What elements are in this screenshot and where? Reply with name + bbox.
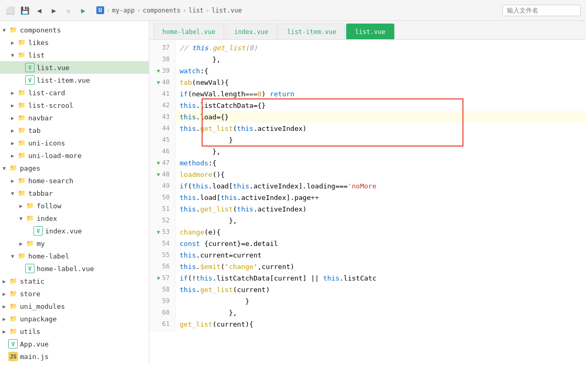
tree-item-navbar[interactable]: ▶📁navbar xyxy=(0,111,149,124)
code-line-59[interactable]: } xyxy=(175,295,586,307)
code-editor[interactable]: 3738▼39▼40414243444546▼47▼4849505152▼535… xyxy=(149,40,586,365)
fold-icon[interactable]: ▼ xyxy=(157,160,160,166)
code-line-49[interactable]: if(this.load[this.activeIndex].loading==… xyxy=(175,180,586,192)
tree-label: main.js xyxy=(20,353,49,361)
line-number-52: 52 xyxy=(149,215,175,226)
save-icon[interactable]: 💾 xyxy=(20,6,29,15)
code-line-48[interactable]: loadmore(){ xyxy=(175,169,586,180)
fold-icon[interactable]: ▼ xyxy=(157,80,160,85)
code-line-57[interactable]: if(!this.listCatchData[current] || this.… xyxy=(175,272,586,284)
tree-label: list.vue xyxy=(37,64,70,72)
tree-item-home-label-vue[interactable]: Vhome-label.vue xyxy=(0,262,149,275)
tree-arrow: ▶ xyxy=(8,115,17,121)
fold-icon[interactable]: ▼ xyxy=(157,172,160,177)
run-icon[interactable]: ▶ xyxy=(79,6,88,15)
breadcrumb-components[interactable]: components xyxy=(142,7,180,14)
file-search-input[interactable] xyxy=(502,5,581,16)
editor-panel: home-label.vue index.vue list-item.vue l… xyxy=(149,21,586,365)
tree-item-home-search[interactable]: ▶📁home-search xyxy=(0,174,149,187)
line-number-47: ▼47 xyxy=(149,157,175,169)
file-tree-sidebar: ▼📁components▶📁likes▼📁listVlist.vueVlist-… xyxy=(0,21,149,365)
folder-icon: 📁 xyxy=(17,38,26,47)
code-line-52[interactable]: }, xyxy=(175,215,586,226)
tree-item-list-item-vue[interactable]: Vlist-item.vue xyxy=(0,74,149,86)
code-line-46[interactable]: }, xyxy=(175,145,586,157)
tree-item-my[interactable]: ▶📁my xyxy=(0,237,149,250)
code-line-41[interactable]: if(newVal.length===0) return xyxy=(175,88,586,99)
folder-icon: 📁 xyxy=(17,113,26,122)
code-line-54[interactable]: const {current}=e.detail xyxy=(175,238,586,249)
line-number-46: 46 xyxy=(149,145,175,157)
tree-label: list-card xyxy=(28,89,65,97)
tree-item-index-vue[interactable]: Vindex.vue xyxy=(0,225,149,237)
breadcrumb-list[interactable]: list xyxy=(189,7,204,14)
folder-icon: 📁 xyxy=(8,301,18,311)
code-line-40[interactable]: tab(newVal){ xyxy=(175,76,586,88)
tree-label: home-search xyxy=(28,177,73,185)
code-line-37[interactable]: // this.get_list(0) xyxy=(175,42,586,53)
tree-label: utils xyxy=(20,328,40,335)
folder-icon: 📁 xyxy=(8,327,18,336)
tree-item-unpackage[interactable]: ▶📁unpackage xyxy=(0,312,149,325)
code-line-53[interactable]: change(e){ xyxy=(175,226,586,238)
tree-item-uni_modules[interactable]: ▶📁uni_modules xyxy=(0,300,149,312)
code-line-58[interactable]: this.get_list(current) xyxy=(175,284,586,295)
code-line-44[interactable]: this.get_list(this.activeIndex) xyxy=(175,122,586,134)
tree-item-index[interactable]: ▼📁index xyxy=(0,212,149,225)
new-file-icon[interactable]: ⬜ xyxy=(5,6,15,15)
tree-item-components[interactable]: ▼📁components xyxy=(0,24,149,36)
tab-list-vue[interactable]: list.vue xyxy=(346,24,394,39)
tree-item-likes[interactable]: ▶📁likes xyxy=(0,36,149,49)
code-line-42[interactable]: this.listCatchData={} xyxy=(175,99,586,111)
code-line-38[interactable]: }, xyxy=(175,53,586,65)
folder-icon: 📁 xyxy=(17,176,26,185)
code-line-47[interactable]: methods:{ xyxy=(175,157,586,169)
line-number-57: ▼57 xyxy=(149,272,175,284)
app-container: ⬜ 💾 ◀ ▶ ☆ ▶ U › my-app › components › li… xyxy=(0,0,586,365)
tree-item-utils[interactable]: ▶📁utils xyxy=(0,325,149,338)
tree-item-list-scrool[interactable]: ▶📁list-scrool xyxy=(0,99,149,111)
code-line-43[interactable]: this.load={} xyxy=(175,111,586,122)
tab-home-label[interactable]: home-label.vue xyxy=(153,24,224,39)
back-icon[interactable]: ◀ xyxy=(35,6,44,15)
tree-item-list[interactable]: ▼📁list xyxy=(0,49,149,61)
tab-index[interactable]: index.vue xyxy=(225,24,277,39)
code-line-39[interactable]: watch:{ xyxy=(175,65,586,76)
fold-icon[interactable]: ▼ xyxy=(157,229,160,235)
tree-item-store[interactable]: ▶📁store xyxy=(0,287,149,300)
tree-label: store xyxy=(20,290,40,298)
folder-icon: 📁 xyxy=(17,126,26,135)
code-line-50[interactable]: this.load[this.activeIndex].page++ xyxy=(175,192,586,203)
tree-item-pages[interactable]: ▼📁pages xyxy=(0,162,149,174)
bookmark-icon[interactable]: ☆ xyxy=(64,6,73,15)
tree-item-App-vue[interactable]: VApp.vue xyxy=(0,338,149,350)
tree-arrow: ▶ xyxy=(17,203,25,209)
tree-item-static[interactable]: ▶📁static xyxy=(0,275,149,287)
tree-item-uni-icons[interactable]: ▶📁uni-icons xyxy=(0,137,149,149)
tree-item-follow[interactable]: ▶📁follow xyxy=(0,199,149,212)
tree-label: tab xyxy=(28,127,40,135)
tree-item-list-vue[interactable]: Vlist.vue xyxy=(0,61,149,74)
tree-label: list xyxy=(28,51,45,59)
line-number-38: 38 xyxy=(149,53,175,65)
tree-item-main-js[interactable]: JSmain.js xyxy=(0,350,149,363)
fold-icon[interactable]: ▼ xyxy=(157,68,160,74)
code-line-55[interactable]: this.current=current xyxy=(175,249,586,261)
fold-icon[interactable]: ▼ xyxy=(157,275,160,281)
tree-item-uni-load-more[interactable]: ▶📁uni-load-more xyxy=(0,149,149,162)
tree-item-tab[interactable]: ▶📁tab xyxy=(0,124,149,137)
code-line-60[interactable]: }, xyxy=(175,307,586,318)
code-line-61[interactable]: get_list(current){ xyxy=(175,318,586,330)
tab-list-item[interactable]: list-item.vue xyxy=(278,24,345,39)
code-line-56[interactable]: this.$emit('change',current) xyxy=(175,261,586,272)
breadcrumb-myapp[interactable]: my-app xyxy=(112,7,135,14)
breadcrumb-file[interactable]: list.vue xyxy=(212,7,242,14)
tree-item-list-card[interactable]: ▶📁list-card xyxy=(0,86,149,99)
line-number-59: 59 xyxy=(149,295,175,307)
main-layout: ▼📁components▶📁likes▼📁listVlist.vueVlist-… xyxy=(0,21,586,365)
code-line-45[interactable]: } xyxy=(175,134,586,145)
forward-icon[interactable]: ▶ xyxy=(49,6,59,15)
tree-item-home-label[interactable]: ▼📁home-label xyxy=(0,250,149,262)
tree-item-tabbar[interactable]: ▼📁tabbar xyxy=(0,187,149,199)
code-line-51[interactable]: this.get_list(this.activeIndex) xyxy=(175,203,586,215)
